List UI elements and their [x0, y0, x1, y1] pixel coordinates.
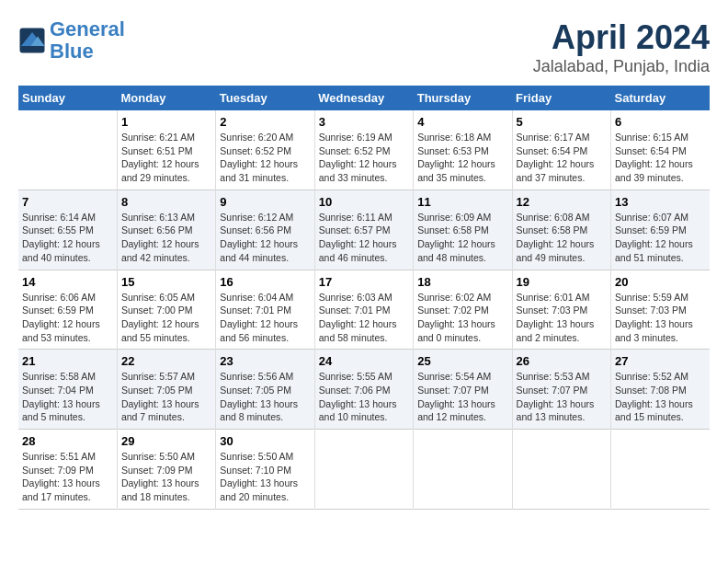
- calendar-cell: [611, 430, 710, 510]
- day-info: Sunrise: 6:19 AMSunset: 6:52 PMDaylight:…: [319, 131, 409, 185]
- calendar-body: 1Sunrise: 6:21 AMSunset: 6:51 PMDaylight…: [18, 110, 710, 509]
- day-info: Sunrise: 6:04 AMSunset: 7:01 PMDaylight:…: [220, 291, 310, 345]
- calendar-cell: [512, 430, 610, 510]
- title-block: April 2024 Jalalabad, Punjab, India: [533, 18, 710, 76]
- day-info: Sunrise: 6:03 AMSunset: 7:01 PMDaylight:…: [319, 291, 409, 345]
- col-header-saturday: Saturday: [611, 86, 710, 110]
- day-number: 6: [615, 115, 706, 129]
- calendar-cell: 2Sunrise: 6:20 AMSunset: 6:52 PMDaylight…: [216, 110, 314, 190]
- day-info: Sunrise: 5:50 AMSunset: 7:09 PMDaylight:…: [121, 450, 211, 504]
- day-info: Sunrise: 6:17 AMSunset: 6:54 PMDaylight:…: [517, 131, 607, 185]
- day-number: 9: [220, 195, 310, 209]
- calendar-cell: 29Sunrise: 5:50 AMSunset: 7:09 PMDayligh…: [117, 430, 215, 510]
- col-header-tuesday: Tuesday: [216, 86, 314, 110]
- week-row-1: 1Sunrise: 6:21 AMSunset: 6:51 PMDaylight…: [18, 110, 710, 190]
- calendar-cell: 24Sunrise: 5:55 AMSunset: 7:06 PMDayligh…: [314, 350, 413, 430]
- main-title: April 2024: [533, 18, 710, 57]
- col-header-thursday: Thursday: [414, 86, 512, 110]
- day-info: Sunrise: 6:12 AMSunset: 6:56 PMDaylight:…: [220, 211, 310, 265]
- day-info: Sunrise: 6:15 AMSunset: 6:54 PMDaylight:…: [615, 131, 706, 185]
- day-number: 19: [517, 275, 607, 289]
- calendar-cell: 30Sunrise: 5:50 AMSunset: 7:10 PMDayligh…: [216, 430, 314, 510]
- week-row-5: 28Sunrise: 5:51 AMSunset: 7:09 PMDayligh…: [18, 430, 710, 510]
- day-number: 20: [615, 275, 706, 289]
- week-row-2: 7Sunrise: 6:14 AMSunset: 6:55 PMDaylight…: [18, 190, 710, 270]
- calendar-cell: [414, 430, 512, 510]
- col-header-monday: Monday: [117, 86, 215, 110]
- calendar-cell: 8Sunrise: 6:13 AMSunset: 6:56 PMDaylight…: [117, 190, 215, 270]
- week-row-3: 14Sunrise: 6:06 AMSunset: 6:59 PMDayligh…: [18, 270, 710, 350]
- day-info: Sunrise: 6:07 AMSunset: 6:59 PMDaylight:…: [615, 211, 706, 265]
- day-info: Sunrise: 5:52 AMSunset: 7:08 PMDaylight:…: [615, 370, 706, 424]
- day-number: 30: [220, 434, 310, 448]
- day-number: 26: [517, 354, 607, 368]
- day-number: 8: [121, 195, 211, 209]
- day-number: 3: [319, 115, 409, 129]
- calendar-cell: 22Sunrise: 5:57 AMSunset: 7:05 PMDayligh…: [117, 350, 215, 430]
- day-info: Sunrise: 6:11 AMSunset: 6:57 PMDaylight:…: [319, 211, 409, 265]
- day-info: Sunrise: 5:59 AMSunset: 7:03 PMDaylight:…: [615, 291, 706, 345]
- day-number: 11: [417, 195, 507, 209]
- day-number: 14: [22, 275, 113, 289]
- day-number: 2: [220, 115, 310, 129]
- calendar-cell: 5Sunrise: 6:17 AMSunset: 6:54 PMDaylight…: [512, 110, 610, 190]
- calendar-cell: 3Sunrise: 6:19 AMSunset: 6:52 PMDaylight…: [314, 110, 413, 190]
- day-info: Sunrise: 6:18 AMSunset: 6:53 PMDaylight:…: [417, 131, 507, 185]
- day-info: Sunrise: 5:55 AMSunset: 7:06 PMDaylight:…: [319, 370, 409, 424]
- logo-line2: Blue: [50, 40, 94, 63]
- day-info: Sunrise: 5:56 AMSunset: 7:05 PMDaylight:…: [220, 370, 310, 424]
- day-info: Sunrise: 6:09 AMSunset: 6:58 PMDaylight:…: [417, 211, 507, 265]
- day-info: Sunrise: 6:06 AMSunset: 6:59 PMDaylight:…: [22, 291, 113, 345]
- day-number: 10: [319, 195, 409, 209]
- calendar-cell: 11Sunrise: 6:09 AMSunset: 6:58 PMDayligh…: [414, 190, 512, 270]
- calendar-cell: 12Sunrise: 6:08 AMSunset: 6:58 PMDayligh…: [512, 190, 610, 270]
- column-headers: SundayMondayTuesdayWednesdayThursdayFrid…: [18, 86, 710, 110]
- day-number: 7: [22, 195, 113, 209]
- calendar-table: SundayMondayTuesdayWednesdayThursdayFrid…: [18, 86, 710, 510]
- calendar-cell: 14Sunrise: 6:06 AMSunset: 6:59 PMDayligh…: [18, 270, 117, 350]
- calendar-cell: 19Sunrise: 6:01 AMSunset: 7:03 PMDayligh…: [512, 270, 610, 350]
- page-header: General Blue April 2024 Jalalabad, Punja…: [18, 18, 710, 76]
- day-info: Sunrise: 6:05 AMSunset: 7:00 PMDaylight:…: [121, 291, 211, 345]
- calendar-cell: 1Sunrise: 6:21 AMSunset: 6:51 PMDaylight…: [117, 110, 215, 190]
- calendar-cell: 13Sunrise: 6:07 AMSunset: 6:59 PMDayligh…: [611, 190, 710, 270]
- day-info: Sunrise: 5:53 AMSunset: 7:07 PMDaylight:…: [517, 370, 607, 424]
- calendar-cell: 17Sunrise: 6:03 AMSunset: 7:01 PMDayligh…: [314, 270, 413, 350]
- calendar-cell: 10Sunrise: 6:11 AMSunset: 6:57 PMDayligh…: [314, 190, 413, 270]
- day-number: 16: [220, 275, 310, 289]
- day-number: 4: [417, 115, 507, 129]
- calendar-cell: 23Sunrise: 5:56 AMSunset: 7:05 PMDayligh…: [216, 350, 314, 430]
- calendar-cell: [314, 430, 413, 510]
- logo-line1: General: [50, 17, 125, 40]
- col-header-wednesday: Wednesday: [314, 86, 413, 110]
- calendar-cell: 20Sunrise: 5:59 AMSunset: 7:03 PMDayligh…: [611, 270, 710, 350]
- day-number: 1: [121, 115, 211, 129]
- day-info: Sunrise: 5:51 AMSunset: 7:09 PMDaylight:…: [22, 450, 113, 504]
- day-number: 17: [319, 275, 409, 289]
- logo-text: General Blue: [50, 18, 125, 63]
- calendar-cell: [18, 110, 117, 190]
- calendar-cell: 21Sunrise: 5:58 AMSunset: 7:04 PMDayligh…: [18, 350, 117, 430]
- day-number: 28: [22, 434, 113, 448]
- day-info: Sunrise: 6:13 AMSunset: 6:56 PMDaylight:…: [121, 211, 211, 265]
- day-number: 22: [121, 354, 211, 368]
- logo-icon: [18, 27, 46, 54]
- day-number: 12: [517, 195, 607, 209]
- day-info: Sunrise: 6:01 AMSunset: 7:03 PMDaylight:…: [517, 291, 607, 345]
- calendar-cell: 16Sunrise: 6:04 AMSunset: 7:01 PMDayligh…: [216, 270, 314, 350]
- calendar-cell: 15Sunrise: 6:05 AMSunset: 7:00 PMDayligh…: [117, 270, 215, 350]
- calendar-cell: 18Sunrise: 6:02 AMSunset: 7:02 PMDayligh…: [414, 270, 512, 350]
- calendar-cell: 9Sunrise: 6:12 AMSunset: 6:56 PMDaylight…: [216, 190, 314, 270]
- week-row-4: 21Sunrise: 5:58 AMSunset: 7:04 PMDayligh…: [18, 350, 710, 430]
- day-info: Sunrise: 5:50 AMSunset: 7:10 PMDaylight:…: [220, 450, 310, 504]
- day-number: 25: [417, 354, 507, 368]
- day-number: 27: [615, 354, 706, 368]
- calendar-cell: 26Sunrise: 5:53 AMSunset: 7:07 PMDayligh…: [512, 350, 610, 430]
- day-info: Sunrise: 6:08 AMSunset: 6:58 PMDaylight:…: [517, 211, 607, 265]
- calendar-cell: 25Sunrise: 5:54 AMSunset: 7:07 PMDayligh…: [414, 350, 512, 430]
- day-number: 18: [417, 275, 507, 289]
- day-info: Sunrise: 5:58 AMSunset: 7:04 PMDaylight:…: [22, 370, 113, 424]
- calendar-cell: 28Sunrise: 5:51 AMSunset: 7:09 PMDayligh…: [18, 430, 117, 510]
- day-number: 29: [121, 434, 211, 448]
- calendar-cell: 27Sunrise: 5:52 AMSunset: 7:08 PMDayligh…: [611, 350, 710, 430]
